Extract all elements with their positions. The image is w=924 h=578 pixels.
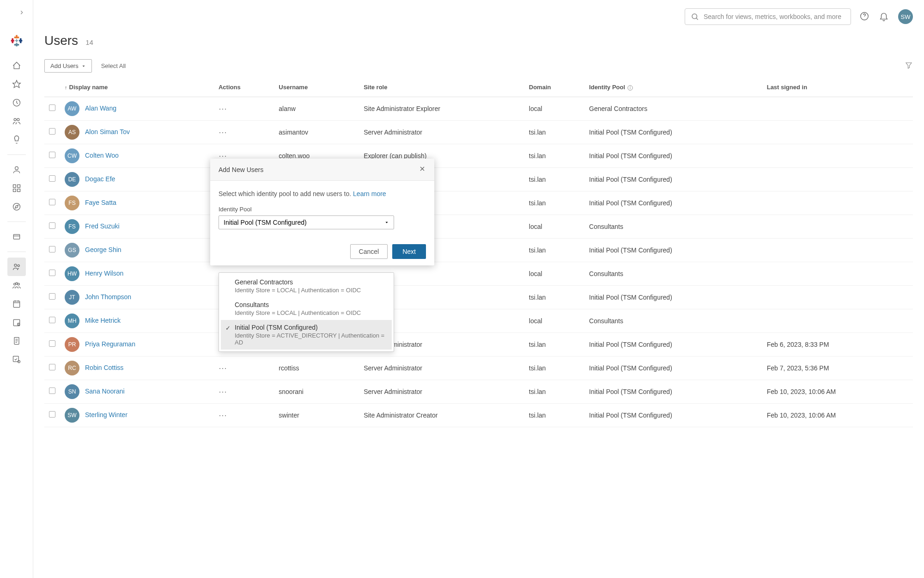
- user-name-link[interactable]: George Shin: [85, 246, 122, 253]
- info-icon[interactable]: [627, 85, 633, 91]
- identity-pool-cell: Initial Pool (TSM Configured): [584, 403, 762, 427]
- col-username[interactable]: Username: [274, 78, 359, 97]
- learn-more-link[interactable]: Learn more: [353, 190, 386, 197]
- row-actions-icon[interactable]: ⋯: [219, 363, 227, 373]
- recommendations-icon[interactable]: [7, 130, 26, 149]
- svg-line-34: [696, 18, 698, 20]
- identity-pool-select[interactable]: Initial Pool (TSM Configured): [219, 215, 394, 229]
- domain-cell: local: [524, 97, 584, 120]
- row-checkbox[interactable]: [49, 105, 55, 111]
- row-checkbox[interactable]: [49, 387, 55, 394]
- identity-pool-cell: Initial Pool (TSM Configured): [584, 144, 762, 167]
- user-avatar-icon: RC: [65, 361, 79, 375]
- col-identity-pool[interactable]: Identity Pool: [584, 78, 762, 97]
- domain-cell: tsi.lan: [524, 191, 584, 215]
- row-checkbox[interactable]: [49, 175, 55, 182]
- row-checkbox[interactable]: [49, 246, 55, 252]
- sidebar: [0, 0, 33, 578]
- row-checkbox[interactable]: [49, 364, 55, 370]
- modal-title: Add New Users: [219, 166, 263, 173]
- site-role-cell: Site Administrator Explorer: [359, 97, 524, 120]
- user-name-link[interactable]: Priya Reguraman: [85, 340, 135, 348]
- row-checkbox[interactable]: [49, 317, 55, 323]
- col-site-role[interactable]: Site role: [359, 78, 524, 97]
- row-checkbox[interactable]: [49, 199, 55, 205]
- next-button[interactable]: Next: [392, 244, 426, 259]
- row-checkbox[interactable]: [49, 128, 55, 135]
- svg-rect-17: [13, 189, 16, 192]
- groups-icon[interactable]: [7, 276, 26, 295]
- user-name-link[interactable]: Alan Wang: [85, 105, 116, 112]
- chevron-down-icon: [81, 64, 86, 68]
- row-actions-icon[interactable]: ⋯: [219, 128, 227, 137]
- svg-point-19: [13, 203, 20, 210]
- recents-icon[interactable]: [7, 93, 26, 112]
- notifications-icon[interactable]: [879, 11, 890, 22]
- user-name-link[interactable]: Colten Woo: [85, 152, 119, 159]
- explore-icon[interactable]: [7, 197, 26, 216]
- global-search[interactable]: [685, 8, 851, 25]
- row-checkbox[interactable]: [49, 222, 55, 229]
- user-name-link[interactable]: Fred Suzuki: [85, 222, 120, 230]
- user-avatar-icon: GS: [65, 243, 79, 258]
- cancel-button[interactable]: Cancel: [350, 244, 388, 259]
- table-row: JTJohn Thompson ⋯ istrator tsi.lan Initi…: [44, 285, 913, 309]
- user-avatar-icon: FS: [65, 196, 79, 210]
- users-table-container: ↑Display name Actions Username Site role…: [33, 78, 924, 578]
- dropdown-option[interactable]: General ContractorsIdentity Store = LOCA…: [221, 275, 392, 297]
- home-icon[interactable]: [7, 56, 26, 75]
- external-assets-icon[interactable]: [7, 228, 26, 246]
- modal-close-icon[interactable]: [419, 165, 426, 174]
- user-name-link[interactable]: Alon Siman Tov: [85, 128, 130, 135]
- user-name-link[interactable]: Sana Noorani: [85, 387, 125, 395]
- col-display-name[interactable]: ↑Display name: [60, 78, 214, 97]
- shared-icon[interactable]: [7, 112, 26, 130]
- user-avatar-icon: AW: [65, 101, 79, 116]
- user-name-link[interactable]: Henry Wilson: [85, 270, 123, 277]
- users-menu-icon[interactable]: [7, 258, 26, 276]
- jobs-icon[interactable]: [7, 313, 26, 332]
- username-cell: rcottiss: [274, 356, 359, 380]
- domain-cell: tsi.lan: [524, 144, 584, 167]
- last-signed-cell: Feb 10, 2023, 10:06 AM: [762, 403, 913, 427]
- user-avatar[interactable]: SW: [898, 9, 913, 24]
- col-domain[interactable]: Domain: [524, 78, 584, 97]
- personal-space-icon[interactable]: [7, 160, 26, 179]
- user-name-link[interactable]: John Thompson: [85, 293, 131, 301]
- user-name-link[interactable]: Dogac Efe: [85, 175, 115, 183]
- search-input[interactable]: [704, 13, 845, 20]
- select-all-link[interactable]: Select All: [101, 62, 126, 69]
- table-row: HWHenry Wilson ⋯ local Consultants: [44, 262, 913, 285]
- row-checkbox[interactable]: [49, 293, 55, 300]
- svg-rect-21: [13, 234, 19, 239]
- table-row: PRPriya Reguraman ⋯ preguraman Server Ad…: [44, 332, 913, 356]
- filter-icon[interactable]: [905, 61, 913, 71]
- row-actions-icon[interactable]: ⋯: [219, 104, 227, 113]
- user-avatar-icon: DE: [65, 172, 79, 187]
- favorites-icon[interactable]: [7, 75, 26, 93]
- help-icon[interactable]: [859, 11, 870, 22]
- row-checkbox[interactable]: [49, 270, 55, 276]
- col-last-signed-in[interactable]: Last signed in: [762, 78, 913, 97]
- collections-icon[interactable]: [7, 179, 26, 197]
- tableau-logo-icon[interactable]: [10, 34, 23, 47]
- row-actions-icon[interactable]: ⋯: [219, 411, 227, 420]
- user-name-link[interactable]: Mike Hetrick: [85, 317, 121, 324]
- sidebar-collapse-icon[interactable]: [18, 9, 25, 17]
- schedules-icon[interactable]: [7, 295, 26, 313]
- svg-rect-18: [17, 189, 20, 192]
- user-name-link[interactable]: Faye Satta: [85, 199, 116, 206]
- dropdown-option[interactable]: ConsultantsIdentity Store = LOCAL | Auth…: [221, 297, 392, 320]
- row-checkbox[interactable]: [49, 340, 55, 347]
- user-name-link[interactable]: Robin Cottiss: [85, 364, 123, 371]
- site-status-icon[interactable]: [7, 350, 26, 369]
- user-avatar-icon: SW: [65, 408, 79, 423]
- add-users-button[interactable]: Add Users: [44, 59, 92, 73]
- tasks-icon[interactable]: [7, 332, 26, 350]
- row-checkbox[interactable]: [49, 152, 55, 158]
- dropdown-option[interactable]: Initial Pool (TSM Configured)Identity St…: [221, 320, 392, 350]
- identity-pool-cell: Initial Pool (TSM Configured): [584, 380, 762, 403]
- row-checkbox[interactable]: [49, 411, 55, 418]
- user-name-link[interactable]: Sterling Winter: [85, 411, 128, 418]
- row-actions-icon[interactable]: ⋯: [219, 387, 227, 396]
